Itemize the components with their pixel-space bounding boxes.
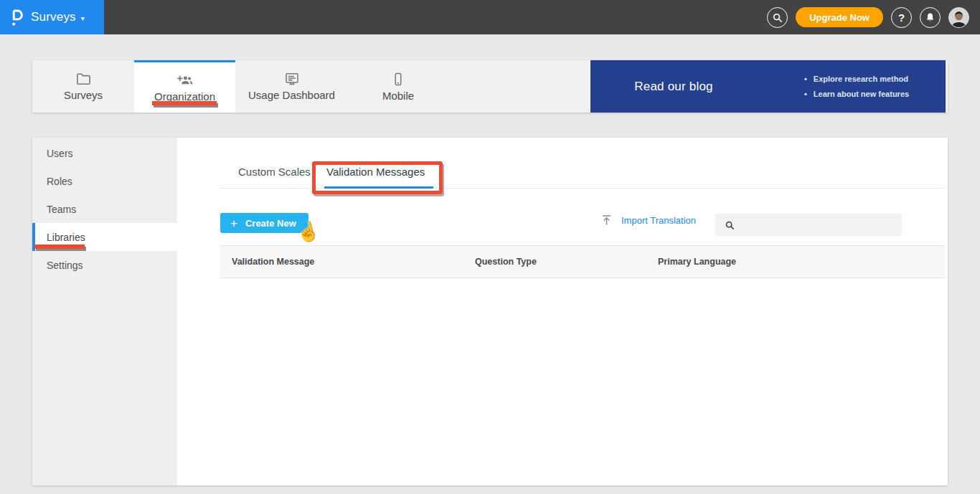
search-button[interactable] (767, 7, 788, 28)
search-icon (725, 220, 735, 230)
import-translation-link[interactable]: Import Translation (601, 214, 696, 226)
nav-tab-usage-dashboard[interactable]: Usage Dashboard (235, 60, 348, 113)
promo-bullet-item: • Explore research method (804, 75, 909, 83)
nav-tab-label: Organization (154, 90, 215, 103)
annotation-box-validation-messages (312, 161, 443, 194)
chevron-down-icon: ▾ (81, 14, 85, 22)
libraries-content: Custom Scales Validation Messages + Crea… (177, 138, 948, 485)
column-header-primary-language: Primary Language (658, 246, 736, 277)
questionpro-logo-icon (9, 8, 24, 27)
help-button[interactable]: ? (891, 7, 912, 28)
column-header-validation-message: Validation Message (232, 246, 314, 277)
search-icon (772, 12, 783, 23)
sidebar-item-teams[interactable]: Teams (32, 195, 177, 223)
settings-sidebar: Users Roles Teams Libraries Settings (32, 138, 177, 485)
upgrade-now-button[interactable]: Upgrade Now (796, 7, 883, 27)
nav-tab-label: Usage Dashboard (248, 89, 335, 101)
module-nav: Surveys Organization Usage Dashboard (32, 60, 948, 113)
promo-bullet-list: • Explore research method • Learn about … (804, 75, 909, 98)
organization-panel: Users Roles Teams Libraries Settings Cus… (32, 138, 948, 485)
table-header-row: Validation Message Question Type Primary… (220, 245, 945, 278)
annotation-underline-libraries (34, 244, 85, 249)
promo-title: Read our blog (590, 80, 757, 94)
folder-icon (75, 72, 91, 86)
promo-bullet-item: • Learn about new features (804, 90, 909, 98)
nav-tab-mobile[interactable]: Mobile (348, 60, 448, 113)
table-search (715, 214, 902, 236)
avatar[interactable] (948, 7, 969, 28)
blog-promo-panel[interactable]: Read our blog • Explore research method … (590, 60, 946, 113)
plus-icon: + (230, 217, 237, 229)
question-mark-icon: ? (898, 11, 905, 24)
notifications-button[interactable] (920, 7, 941, 28)
search-input[interactable] (740, 214, 902, 236)
bell-icon (925, 12, 936, 23)
topbar-actions: Upgrade Now ? (767, 0, 980, 34)
dashboard-screen-icon (284, 72, 300, 86)
sidebar-item-settings[interactable]: Settings (32, 251, 177, 279)
nav-tab-surveys[interactable]: Surveys (32, 60, 134, 113)
sidebar-item-users[interactable]: Users (32, 139, 177, 167)
nav-tab-label: Mobile (382, 90, 414, 102)
tab-custom-scales[interactable]: Custom Scales (238, 166, 311, 178)
create-new-button[interactable]: + Create New (220, 213, 308, 233)
nav-tab-label: Surveys (64, 89, 103, 101)
sidebar-item-roles[interactable]: Roles (32, 167, 177, 195)
product-switcher[interactable]: Surveys ▾ (0, 0, 104, 34)
upload-icon (601, 214, 612, 226)
bullet-icon: • (804, 90, 807, 98)
user-photo (949, 8, 969, 27)
group-add-icon (176, 73, 194, 87)
column-header-question-type: Question Type (475, 246, 537, 277)
annotation-underline-organization (152, 101, 217, 105)
product-name: Surveys (31, 10, 76, 24)
bullet-icon: • (804, 75, 807, 83)
top-bar: Surveys ▾ Upgrade Now ? (0, 0, 980, 34)
smartphone-icon (391, 72, 405, 87)
